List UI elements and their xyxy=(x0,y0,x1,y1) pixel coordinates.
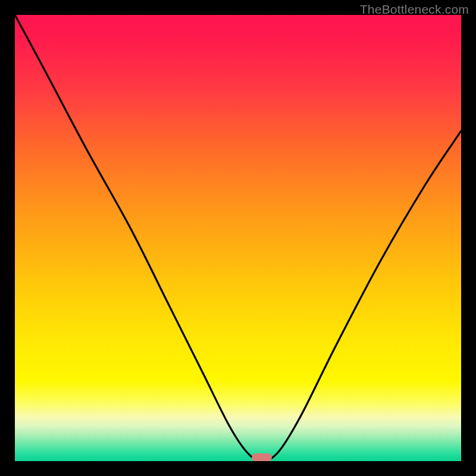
attribution-text: TheBottleneck.com xyxy=(360,2,469,17)
optimal-point-marker xyxy=(252,453,272,461)
plot-area xyxy=(15,15,461,461)
bottleneck-curve xyxy=(15,15,461,461)
chart-frame: TheBottleneck.com xyxy=(0,0,476,476)
